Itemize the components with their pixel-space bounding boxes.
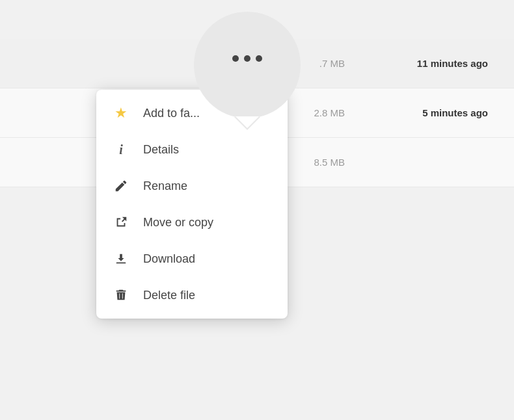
time-ago: 5 minutes ago xyxy=(397,107,488,118)
menu-item-label: Delete file xyxy=(143,289,195,302)
file-size: 8.5 MB xyxy=(299,157,345,168)
move-icon xyxy=(112,213,130,231)
menu-item-details[interactable]: i Details xyxy=(96,131,288,168)
tooltip-arrow-white xyxy=(236,116,259,128)
menu-item-label: Move or copy xyxy=(143,216,213,230)
menu-item-label: Details xyxy=(143,143,179,157)
pencil-icon xyxy=(112,177,130,195)
menu-item-move-or-copy[interactable]: Move or copy xyxy=(96,204,288,241)
menu-item-download[interactable]: Download xyxy=(96,241,288,277)
three-dots-icon xyxy=(232,55,262,62)
menu-item-label: Download xyxy=(143,252,195,266)
trash-icon xyxy=(112,286,130,304)
menu-item-rename[interactable]: Rename xyxy=(96,168,288,204)
time-ago: 11 minutes ago xyxy=(397,58,488,69)
more-options-button[interactable] xyxy=(194,12,301,118)
svg-rect-0 xyxy=(116,263,126,264)
dot-icon xyxy=(256,55,262,62)
menu-item-label: Rename xyxy=(143,179,187,193)
file-size: 2.8 MB xyxy=(299,107,345,118)
dot-icon xyxy=(244,55,250,62)
info-icon: i xyxy=(112,140,130,159)
dot-icon xyxy=(232,55,239,62)
menu-item-label: Add to fa... xyxy=(143,107,200,120)
file-size: .7 MB xyxy=(299,58,345,69)
star-icon: ★ xyxy=(112,104,130,122)
menu-item-delete-file[interactable]: Delete file xyxy=(96,277,288,313)
download-icon xyxy=(112,250,130,268)
